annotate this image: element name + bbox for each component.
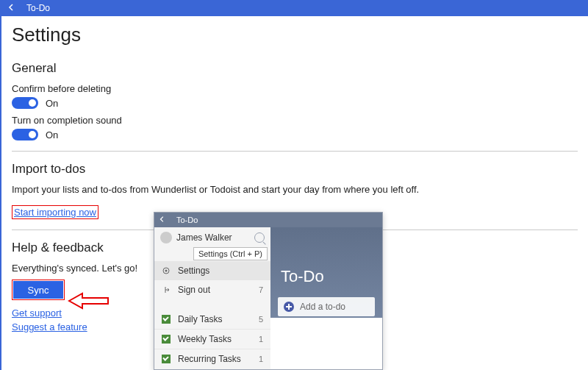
list-item-label: Recurring Tasks: [178, 354, 241, 364]
page-title: Settings: [12, 24, 578, 46]
checkbox-icon: [162, 315, 171, 324]
plus-icon: [284, 302, 294, 312]
overlay-username: James Walker: [176, 232, 232, 243]
app-title: To-Do: [26, 3, 50, 13]
overlay-back-icon[interactable]: [159, 216, 166, 224]
overlay-sidebar-count: 7: [259, 285, 263, 294]
confirm-delete-label: Confirm before deleting: [12, 83, 578, 94]
list-item-count: 1: [259, 335, 263, 344]
divider: [12, 151, 578, 152]
back-icon[interactable]: [7, 3, 16, 14]
highlight-start-importing: Start importing now: [12, 205, 98, 219]
sync-button[interactable]: Sync: [13, 281, 63, 299]
overlay-screenshot: To-Do James Walker Settings (Ctrl + P) S…: [154, 212, 383, 370]
search-icon[interactable]: [254, 232, 265, 243]
list-item-label: Weekly Tasks: [178, 334, 232, 344]
list-item[interactable]: Recurring Tasks 1: [154, 349, 270, 369]
overlay-add-placeholder: Add a to-do: [300, 302, 345, 312]
confirm-delete-toggle[interactable]: [12, 97, 38, 109]
svg-marker-0: [69, 293, 108, 308]
overlay-app-title: To-Do: [176, 216, 198, 224]
checkbox-icon: [162, 335, 171, 344]
list-item-label: Daily Tasks: [178, 314, 222, 324]
section-general-heading: General: [12, 61, 578, 76]
list-item[interactable]: Daily Tasks 5: [154, 310, 270, 329]
overlay-menu-signout[interactable]: Sign out 7: [154, 280, 270, 299]
overlay-blank-area: [270, 318, 382, 369]
avatar: [160, 232, 172, 243]
overlay-tooltip: Settings (Ctrl + P): [193, 247, 268, 260]
overlay-menu-signout-label: Sign out: [178, 285, 210, 295]
completion-sound-label: Turn on completion sound: [12, 115, 578, 126]
confirm-delete-state: On: [46, 98, 58, 109]
overlay-main-title: To-Do: [270, 227, 382, 286]
gear-icon: [162, 266, 171, 275]
list-item-count: 1: [259, 355, 263, 363]
overlay-menu-settings-label: Settings: [178, 266, 209, 276]
start-importing-link[interactable]: Start importing now: [14, 207, 96, 218]
overlay-menu-settings[interactable]: Settings: [154, 261, 270, 280]
import-description: Import your lists and to-dos from Wunder…: [12, 184, 570, 195]
overlay-add-bar[interactable]: Add a to-do: [278, 297, 375, 316]
list-item[interactable]: Weekly Tasks 1: [154, 329, 270, 349]
signout-icon: [162, 285, 171, 294]
titlebar: To-Do: [1, 0, 588, 16]
overlay-user-row[interactable]: James Walker: [154, 227, 270, 248]
annotation-arrow-sync: [68, 290, 112, 312]
overlay-sidepanel: James Walker Settings (Ctrl + P) Setting…: [154, 227, 270, 369]
section-import-heading: Import to-dos: [12, 162, 578, 177]
completion-sound-state: On: [46, 129, 58, 140]
list-item-count: 5: [259, 315, 263, 324]
completion-sound-toggle[interactable]: [12, 129, 38, 140]
svg-point-3: [165, 270, 168, 272]
overlay-mainpane: To-Do Add a to-do: [270, 227, 382, 369]
checkbox-icon: [162, 355, 171, 363]
overlay-titlebar: To-Do: [154, 213, 382, 227]
highlight-sync: Sync: [12, 280, 65, 300]
